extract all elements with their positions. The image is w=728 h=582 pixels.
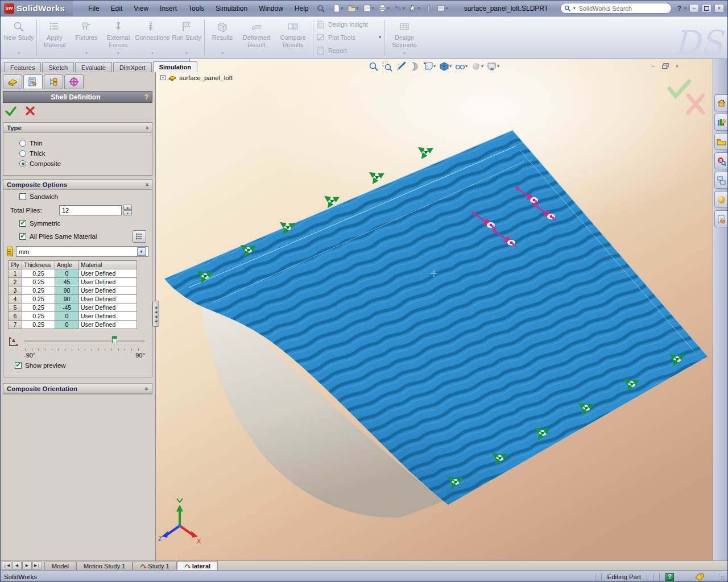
tab-evaluate[interactable]: Evaluate	[75, 62, 112, 72]
ribbon-report[interactable]: Report	[316, 46, 381, 55]
first-tab-button[interactable]: ❘◀	[2, 562, 11, 569]
quick-tips-icon[interactable]: ?	[665, 573, 674, 581]
angle-cell[interactable]: 45	[55, 278, 79, 286]
ply-cell[interactable]: 4	[9, 295, 22, 304]
options-button[interactable]: ▾	[436, 3, 449, 13]
view-palette-icon[interactable]	[714, 172, 728, 189]
ribbon-compare-results[interactable]: Compare Results	[275, 18, 311, 57]
ply-row[interactable]: 70.250User Defined	[9, 321, 137, 329]
edit-appearance-icon[interactable]: ▾	[470, 61, 485, 72]
doc-restore-button[interactable]	[661, 63, 669, 70]
material-cell[interactable]: User Defined	[79, 295, 137, 304]
panel-help-icon[interactable]: ?	[144, 93, 148, 101]
thickness-cell[interactable]: 0.25	[22, 321, 55, 329]
tree-expand-icon[interactable]: +	[160, 75, 166, 80]
display-style-icon[interactable]: ▾	[438, 61, 453, 72]
thickness-cell[interactable]: 0.25	[22, 278, 55, 286]
ply-cell[interactable]: 5	[9, 304, 22, 312]
tab-sketch[interactable]: Sketch	[42, 62, 74, 72]
composite-orientation-header[interactable]: Composite Orientation «	[3, 384, 152, 394]
ribbon-run-study[interactable]: Run Study▾	[171, 18, 202, 57]
ribbon-new-study[interactable]: New Study▾	[3, 18, 35, 57]
search-input[interactable]	[578, 5, 668, 13]
ply-cell[interactable]: 6	[9, 312, 22, 321]
menu-window[interactable]: Window	[254, 3, 288, 14]
view-orientation-icon[interactable]: ▾	[422, 61, 437, 72]
thickness-cell[interactable]: 0.25	[22, 286, 55, 295]
toggle-button[interactable]	[423, 3, 434, 13]
zoom-to-fit-icon[interactable]	[367, 61, 380, 72]
doc-minimize-button[interactable]: –	[649, 63, 657, 70]
thickness-cell[interactable]: 0.25	[22, 304, 55, 312]
material-cell[interactable]: User Defined	[79, 286, 137, 295]
next-tab-button[interactable]: ▶	[22, 562, 32, 569]
ply-row[interactable]: 20.2545User Defined	[9, 278, 137, 286]
angle-cell[interactable]: 0	[55, 321, 79, 329]
graphics-viewport[interactable]: Z X + surface_panel_loft ▾ ▾ ▾ ▾ ▾ – ×	[156, 59, 713, 560]
angle-cell[interactable]: 0	[55, 269, 79, 278]
section-view-icon[interactable]	[408, 61, 421, 72]
ribbon-connections[interactable]: Connections▾	[134, 18, 171, 57]
ply-cell[interactable]: 1	[9, 269, 22, 278]
ribbon-design-insight[interactable]: Design Insight	[316, 20, 381, 29]
menu-pin-icon[interactable]	[316, 4, 325, 13]
menu-view[interactable]: View	[129, 3, 154, 14]
resize-grip[interactable]	[718, 573, 725, 580]
tab-model[interactable]: Model	[44, 562, 76, 570]
print-button[interactable]: ▾	[377, 3, 391, 13]
maximize-button[interactable]	[702, 4, 712, 13]
solidworks-resources-icon[interactable]	[714, 94, 728, 111]
feature-tree-item[interactable]: + surface_panel_loft	[160, 74, 233, 81]
configuration-manager-icon[interactable]	[44, 74, 63, 89]
cancel-button[interactable]	[24, 106, 36, 116]
tab-motion-study-1[interactable]: Motion Study 1	[76, 562, 133, 570]
tab-simulation[interactable]: Simulation	[153, 61, 197, 72]
file-explorer-icon[interactable]	[714, 133, 728, 150]
previous-view-icon[interactable]	[395, 61, 407, 72]
menu-insert[interactable]: Insert	[155, 3, 182, 14]
angle-cell[interactable]: 0	[55, 312, 79, 321]
radio-composite[interactable]: Composite	[19, 160, 148, 167]
select-material-button[interactable]	[133, 230, 146, 243]
property-manager-icon[interactable]	[23, 74, 43, 89]
dimxpert-manager-icon[interactable]	[64, 74, 84, 89]
menu-simulation[interactable]: Simulation	[210, 3, 253, 14]
radio-thick[interactable]: Thick	[19, 150, 148, 157]
all-plies-checkbox[interactable]: ✔All Plies Same Material	[19, 230, 146, 243]
minimize-button[interactable]: –	[689, 4, 699, 13]
ply-row[interactable]: 60.250User Defined	[9, 312, 137, 321]
tab-study-1[interactable]: Study 1	[133, 562, 176, 570]
menu-help[interactable]: Help	[289, 3, 314, 14]
ply-cell[interactable]: 3	[9, 286, 22, 295]
thickness-cell[interactable]: 0.25	[22, 312, 55, 321]
tab-features[interactable]: Features	[4, 62, 41, 72]
ply-cell[interactable]: 2	[9, 278, 22, 286]
tab-dimxpert[interactable]: DimXpert	[113, 62, 152, 72]
angle-cell[interactable]: 90	[55, 295, 79, 304]
ply-row[interactable]: 50.25-45User Defined	[9, 304, 137, 312]
show-preview-checkbox[interactable]: ✔Show preview	[15, 362, 148, 369]
previous-tab-button[interactable]: ◀	[12, 562, 22, 569]
ply-row[interactable]: 40.2590User Defined	[9, 295, 137, 304]
custom-properties-icon[interactable]	[714, 210, 728, 227]
ribbon-deformed-result[interactable]: Deformed Result	[238, 18, 275, 57]
close-button[interactable]: ×	[714, 4, 724, 13]
ribbon-results[interactable]: Results▾	[206, 18, 238, 57]
design-library-icon[interactable]	[714, 114, 728, 131]
ribbon-design-scenario[interactable]: Design Scenario▾	[386, 18, 423, 57]
search-box[interactable]: ▾	[560, 3, 672, 14]
angle-cell[interactable]: -45	[55, 304, 79, 312]
slider-track[interactable]	[24, 340, 145, 342]
ribbon-plot-tools[interactable]: Plot Tools▾	[316, 33, 381, 42]
ply-row[interactable]: 30.2590User Defined	[9, 286, 137, 295]
doc-close-button[interactable]: ×	[673, 63, 681, 70]
new-document-button[interactable]: ▾	[331, 3, 345, 13]
slider-thumb[interactable]	[112, 336, 117, 346]
sandwich-checkbox[interactable]: Sandwich	[19, 193, 148, 200]
material-cell[interactable]: User Defined	[79, 304, 137, 312]
zoom-to-area-icon[interactable]	[381, 61, 394, 72]
total-plies-spinner[interactable]: ▲▼	[123, 205, 132, 215]
menu-file[interactable]: File	[83, 3, 104, 14]
ribbon-external-forces[interactable]: External Forces▾	[102, 18, 134, 57]
material-cell[interactable]: User Defined	[79, 312, 137, 321]
